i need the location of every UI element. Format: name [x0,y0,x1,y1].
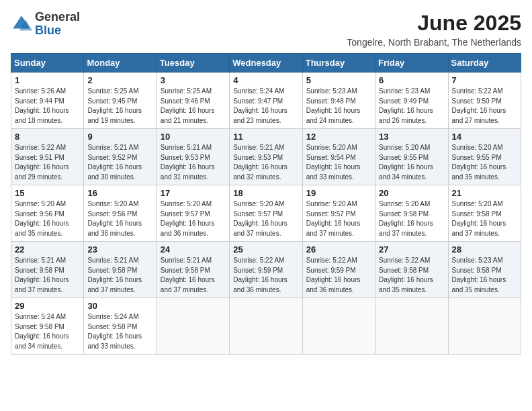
calendar-cell [157,298,229,355]
day-info: Sunrise: 5:22 AMSunset: 9:51 PMDaylight:… [15,143,80,182]
day-number: 6 [379,75,444,85]
day-info: Sunrise: 5:23 AMSunset: 9:58 PMDaylight:… [452,256,517,295]
day-info: Sunrise: 5:20 AMSunset: 9:55 PMDaylight:… [379,143,444,182]
calendar-cell: 3Sunrise: 5:25 AMSunset: 9:46 PMDaylight… [157,73,229,129]
calendar-cell: 13Sunrise: 5:20 AMSunset: 9:55 PMDayligh… [375,129,448,185]
day-info: Sunrise: 5:24 AMSunset: 9:58 PMDaylight:… [87,312,152,351]
calendar-cell: 28Sunrise: 5:23 AMSunset: 9:58 PMDayligh… [448,242,521,298]
logo-icon [11,13,32,35]
calendar-cell: 19Sunrise: 5:20 AMSunset: 9:57 PMDayligh… [302,185,375,242]
day-number: 20 [379,188,444,198]
day-number: 28 [452,244,517,255]
calendar-cell: 14Sunrise: 5:20 AMSunset: 9:55 PMDayligh… [448,129,521,185]
day-number: 24 [161,244,226,255]
logo-text: General Blue [35,11,80,38]
calendar-week-row: 22Sunrise: 5:21 AMSunset: 9:58 PMDayligh… [11,242,521,298]
calendar-week-row: 8Sunrise: 5:22 AMSunset: 9:51 PMDaylight… [11,129,521,185]
calendar-cell: 12Sunrise: 5:20 AMSunset: 9:54 PMDayligh… [302,129,375,185]
calendar-cell: 22Sunrise: 5:21 AMSunset: 9:58 PMDayligh… [11,242,84,298]
col-tuesday: Tuesday [157,54,229,73]
day-info: Sunrise: 5:23 AMSunset: 9:48 PMDaylight:… [306,87,371,126]
col-sunday: Sunday [11,54,84,73]
calendar-cell: 16Sunrise: 5:20 AMSunset: 9:56 PMDayligh… [84,185,157,242]
col-friday: Friday [375,54,448,73]
day-number: 30 [87,301,152,311]
day-number: 21 [452,188,517,198]
day-number: 25 [233,244,298,255]
calendar-week-row: 29Sunrise: 5:24 AMSunset: 9:58 PMDayligh… [11,298,521,355]
day-info: Sunrise: 5:21 AMSunset: 9:58 PMDaylight:… [161,256,226,295]
day-info: Sunrise: 5:20 AMSunset: 9:58 PMDaylight:… [452,199,517,238]
day-info: Sunrise: 5:21 AMSunset: 9:58 PMDaylight:… [87,256,152,295]
calendar-cell: 24Sunrise: 5:21 AMSunset: 9:58 PMDayligh… [157,242,229,298]
day-number: 17 [161,188,226,198]
calendar-cell: 17Sunrise: 5:20 AMSunset: 9:57 PMDayligh… [157,185,229,242]
calendar-table: Sunday Monday Tuesday Wednesday Thursday… [11,53,521,355]
day-info: Sunrise: 5:21 AMSunset: 9:58 PMDaylight:… [15,256,80,295]
logo-general: General [35,10,80,24]
day-number: 15 [15,188,80,198]
calendar-cell [230,298,302,355]
day-info: Sunrise: 5:23 AMSunset: 9:49 PMDaylight:… [379,87,444,126]
day-info: Sunrise: 5:24 AMSunset: 9:47 PMDaylight:… [233,87,298,126]
day-number: 9 [87,132,152,142]
col-wednesday: Wednesday [230,54,302,73]
calendar-cell: 9Sunrise: 5:21 AMSunset: 9:52 PMDaylight… [84,129,157,185]
day-info: Sunrise: 5:21 AMSunset: 9:52 PMDaylight:… [87,143,152,182]
day-info: Sunrise: 5:22 AMSunset: 9:59 PMDaylight:… [233,256,298,295]
day-info: Sunrise: 5:24 AMSunset: 9:58 PMDaylight:… [15,312,80,351]
calendar-cell: 2Sunrise: 5:25 AMSunset: 9:45 PMDaylight… [84,73,157,129]
day-number: 14 [452,132,517,142]
day-number: 8 [15,132,80,142]
logo-blue: Blue [35,24,61,37]
calendar-cell: 25Sunrise: 5:22 AMSunset: 9:59 PMDayligh… [230,242,302,298]
month-title: June 2025 [347,11,521,36]
day-info: Sunrise: 5:22 AMSunset: 9:59 PMDaylight:… [306,256,371,295]
location: Tongelre, North Brabant, The Netherlands [347,37,521,48]
day-number: 23 [87,244,152,255]
day-info: Sunrise: 5:25 AMSunset: 9:45 PMDaylight:… [87,87,152,126]
calendar-cell: 26Sunrise: 5:22 AMSunset: 9:59 PMDayligh… [302,242,375,298]
calendar-cell: 27Sunrise: 5:22 AMSunset: 9:58 PMDayligh… [375,242,448,298]
day-info: Sunrise: 5:25 AMSunset: 9:46 PMDaylight:… [161,87,226,126]
calendar-cell: 1Sunrise: 5:26 AMSunset: 9:44 PMDaylight… [11,73,84,129]
day-number: 19 [306,188,371,198]
day-info: Sunrise: 5:20 AMSunset: 9:57 PMDaylight:… [306,199,371,238]
day-info: Sunrise: 5:21 AMSunset: 9:53 PMDaylight:… [161,143,226,182]
title-block: June 2025 Tongelre, North Brabant, The N… [347,11,521,48]
calendar-cell: 10Sunrise: 5:21 AMSunset: 9:53 PMDayligh… [157,129,229,185]
calendar-cell: 7Sunrise: 5:22 AMSunset: 9:50 PMDaylight… [448,73,521,129]
day-number: 3 [161,75,226,85]
day-info: Sunrise: 5:20 AMSunset: 9:55 PMDaylight:… [452,143,517,182]
day-number: 16 [87,188,152,198]
calendar-week-row: 15Sunrise: 5:20 AMSunset: 9:56 PMDayligh… [11,185,521,242]
day-number: 2 [87,75,152,85]
day-number: 29 [15,301,80,311]
day-info: Sunrise: 5:20 AMSunset: 9:56 PMDaylight:… [15,199,80,238]
day-info: Sunrise: 5:21 AMSunset: 9:53 PMDaylight:… [233,143,298,182]
day-info: Sunrise: 5:22 AMSunset: 9:50 PMDaylight:… [452,87,517,126]
calendar-cell: 29Sunrise: 5:24 AMSunset: 9:58 PMDayligh… [11,298,84,355]
calendar-cell: 23Sunrise: 5:21 AMSunset: 9:58 PMDayligh… [84,242,157,298]
calendar-cell [302,298,375,355]
day-number: 12 [306,132,371,142]
col-saturday: Saturday [448,54,521,73]
col-monday: Monday [84,54,157,73]
day-info: Sunrise: 5:26 AMSunset: 9:44 PMDaylight:… [15,87,80,126]
calendar-cell: 18Sunrise: 5:20 AMSunset: 9:57 PMDayligh… [230,185,302,242]
day-number: 22 [15,244,80,255]
calendar-cell: 21Sunrise: 5:20 AMSunset: 9:58 PMDayligh… [448,185,521,242]
day-number: 7 [452,75,517,85]
day-number: 27 [379,244,444,255]
day-number: 18 [233,188,298,198]
calendar-cell [375,298,448,355]
logo: General Blue [11,11,80,38]
day-number: 11 [233,132,298,142]
calendar-cell: 4Sunrise: 5:24 AMSunset: 9:47 PMDaylight… [230,73,302,129]
calendar-cell [448,298,521,355]
day-info: Sunrise: 5:20 AMSunset: 9:54 PMDaylight:… [306,143,371,182]
page-header: General Blue June 2025 Tongelre, North B… [11,11,521,48]
calendar-cell: 11Sunrise: 5:21 AMSunset: 9:53 PMDayligh… [230,129,302,185]
calendar-week-row: 1Sunrise: 5:26 AMSunset: 9:44 PMDaylight… [11,73,521,129]
calendar-cell: 30Sunrise: 5:24 AMSunset: 9:58 PMDayligh… [84,298,157,355]
